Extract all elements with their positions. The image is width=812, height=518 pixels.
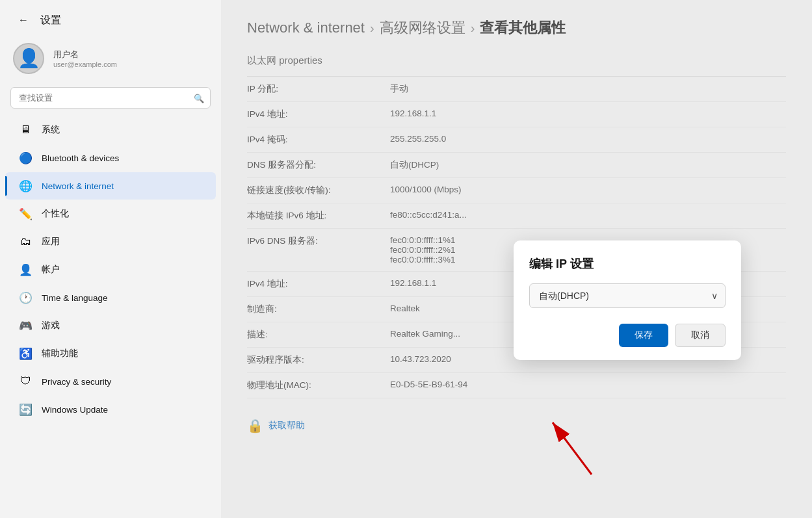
dialog-buttons: 保存 取消: [529, 324, 726, 347]
user-info: 用户名 user@example.com: [53, 49, 117, 68]
user-profile: 👤 用户名 user@example.com: [0, 35, 221, 82]
network-icon: 🌐: [18, 179, 33, 193]
save-button[interactable]: 保存: [619, 324, 668, 347]
system-icon: 🖥: [18, 123, 33, 137]
edit-ip-dialog: 编辑 IP 设置 自动(DHCP)手动 ∨ 保存 取消: [514, 240, 741, 360]
nav-list: 🖥系统🔵Bluetooth & devices🌐Network & intern…: [0, 116, 221, 423]
update-icon: 🔄: [18, 402, 33, 417]
ip-mode-select-wrap: 自动(DHCP)手动 ∨: [529, 283, 726, 308]
search-icon: 🔍: [194, 93, 204, 103]
sidebar-header: ← 设置: [0, 0, 221, 35]
sidebar-item-personalization[interactable]: ✏️个性化: [5, 200, 216, 227]
sidebar-item-label-network: Network & internet: [42, 181, 114, 191]
sidebar-item-system[interactable]: 🖥系统: [5, 116, 216, 144]
app-title: 设置: [40, 14, 61, 27]
sidebar-item-label-gaming: 游戏: [42, 320, 60, 331]
sidebar-item-label-privacy: Privacy & security: [42, 377, 111, 387]
sidebar-item-label-accounts: 帐户: [42, 264, 60, 276]
accounts-icon: 👤: [18, 263, 33, 277]
ip-mode-select[interactable]: 自动(DHCP)手动: [529, 283, 726, 308]
sidebar-item-apps[interactable]: 🗂应用: [5, 228, 216, 255]
bluetooth-icon: 🔵: [18, 151, 33, 165]
sidebar-item-label-apps: 应用: [42, 236, 60, 248]
sidebar-item-label-update: Windows Update: [42, 405, 108, 415]
dialog-title: 编辑 IP 设置: [529, 256, 726, 272]
gaming-icon: 🎮: [18, 318, 33, 333]
privacy-icon: 🛡: [18, 374, 33, 389]
accessibility-icon: ♿: [18, 346, 33, 361]
personalization-icon: ✏️: [18, 207, 33, 221]
sidebar-item-gaming[interactable]: 🎮游戏: [5, 312, 216, 339]
sidebar-item-label-accessibility: 辅助功能: [42, 348, 78, 359]
back-button[interactable]: ←: [13, 12, 34, 29]
sidebar-item-bluetooth[interactable]: 🔵Bluetooth & devices: [5, 144, 216, 172]
search-input[interactable]: [10, 87, 211, 109]
user-icon: 👤: [18, 49, 40, 68]
cancel-button[interactable]: 取消: [675, 324, 726, 347]
avatar: 👤: [13, 43, 44, 74]
time-icon: 🕐: [18, 291, 33, 305]
sidebar-item-privacy[interactable]: 🛡Privacy & security: [5, 368, 216, 395]
search-box: 🔍: [10, 87, 211, 109]
user-name: 用户名: [53, 49, 117, 60]
sidebar-item-accounts[interactable]: 👤帐户: [5, 256, 216, 283]
sidebar-item-time[interactable]: 🕐Time & language: [5, 284, 216, 311]
sidebar-item-network[interactable]: 🌐Network & internet: [5, 172, 216, 200]
sidebar-item-label-bluetooth: Bluetooth & devices: [42, 153, 119, 163]
sidebar-item-label-personalization: 个性化: [42, 208, 69, 220]
user-email: user@example.com: [53, 60, 117, 68]
apps-icon: 🗂: [18, 235, 33, 249]
sidebar-item-accessibility[interactable]: ♿辅助功能: [5, 340, 216, 367]
sidebar: ← 设置 👤 用户名 user@example.com 🔍 🖥系统🔵Blueto…: [0, 0, 221, 518]
sidebar-item-label-system: 系统: [42, 124, 60, 136]
sidebar-item-label-time: Time & language: [42, 293, 108, 303]
sidebar-item-update[interactable]: 🔄Windows Update: [5, 396, 216, 423]
